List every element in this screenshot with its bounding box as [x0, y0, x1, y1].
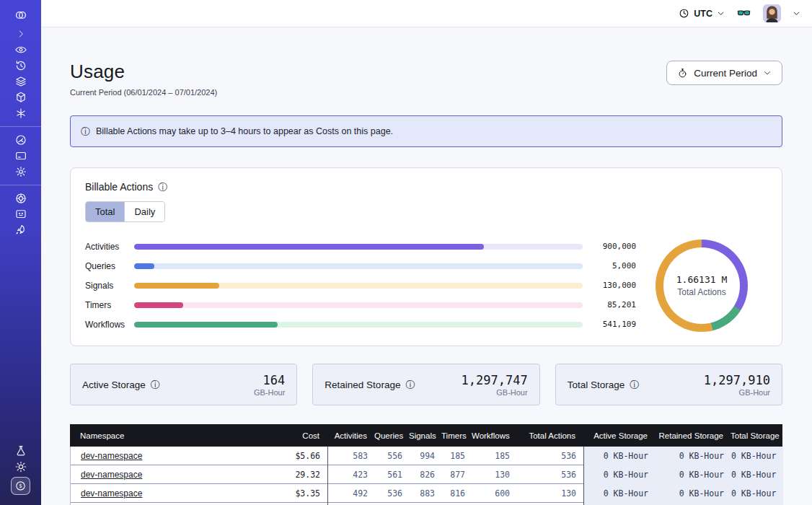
dollar-icon: $ — [11, 477, 30, 495]
cost-cell: 29.32 — [262, 465, 327, 484]
monitor-icon[interactable] — [0, 206, 41, 222]
bar-row-queries: Queries 5,000 — [85, 256, 636, 276]
active-storage-unit: GB-Hour — [254, 388, 285, 397]
total-actions-cell: 130 — [517, 484, 583, 503]
chevron-right-icon[interactable] — [0, 26, 41, 42]
info-icon[interactable]: ⓘ — [151, 380, 160, 390]
sidebar-divider — [0, 185, 41, 185]
donut-center: 1.66131 M Total Actions — [663, 247, 740, 324]
bar-row-timers: Timers 85,201 — [85, 295, 636, 315]
asterisk-icon[interactable] — [0, 105, 41, 121]
sun-icon[interactable] — [0, 459, 41, 475]
sidebar-divider — [0, 126, 41, 127]
col-queries: Queries — [374, 431, 409, 440]
signals-cell: 826 — [410, 465, 442, 484]
tab-daily[interactable]: Daily — [124, 202, 164, 221]
timers-cell: 816 — [442, 484, 472, 503]
bar-row-activities: Activities 900,000 — [85, 237, 636, 256]
bar-track — [134, 263, 583, 269]
bar-fill — [134, 244, 484, 250]
total-actions-label: Total Actions — [677, 287, 725, 297]
donut-ring: 1.66131 M Total Actions — [656, 240, 748, 332]
bar-fill — [134, 302, 183, 308]
page-subtitle: Current Period (06/01/2024 – 07/01/2024) — [70, 88, 217, 97]
info-icon[interactable]: ⓘ — [630, 380, 639, 390]
bar-label: Signals — [85, 281, 134, 291]
info-icon[interactable]: ⓘ — [158, 183, 167, 192]
workflows-cell: 130 — [472, 465, 517, 484]
namespace-link[interactable]: dev-namespace — [81, 470, 142, 480]
active-storage-value: 164 — [254, 373, 285, 387]
col-namespace: Namespace — [70, 431, 262, 440]
retained-storage-cell: 0 KB-Hour — [656, 465, 731, 484]
info-banner-text: Billable Actions may take up to 3–4 hour… — [96, 126, 393, 136]
bar-value: 541,109 — [591, 320, 636, 329]
bar-fill — [134, 263, 154, 269]
table-row: dev-namespace 29.32 423 561 826 877 130 … — [71, 465, 782, 484]
info-banner: ⓘ Billable Actions may take up to 3–4 ho… — [70, 115, 782, 147]
avatar[interactable] — [763, 4, 781, 22]
chevron-down-icon — [717, 9, 725, 17]
col-total-actions: Total Actions — [516, 431, 583, 440]
queries-cell: 556 — [375, 447, 410, 465]
timezone-label: UTC — [694, 9, 712, 19]
glasses-icon[interactable] — [736, 6, 751, 21]
bar-label: Activities — [85, 242, 134, 252]
bar-value: 5,000 — [591, 261, 636, 271]
page-header: Usage Current Period (06/01/2024 – 07/01… — [70, 61, 782, 97]
bar-value: 130,000 — [591, 281, 636, 290]
chevron-down-icon[interactable] — [793, 9, 800, 17]
period-select-button[interactable]: Current Period — [666, 61, 782, 85]
bar-track — [134, 322, 583, 328]
queries-cell: 561 — [375, 465, 410, 484]
col-signals: Signals — [409, 431, 441, 440]
table-header: Namespace Cost Activities Queries Signal… — [70, 424, 782, 447]
timers-cell: 185 — [442, 447, 472, 465]
total-storage-card: Total Storageⓘ 1,297,910GB-Hour — [555, 364, 782, 405]
col-timers: Timers — [441, 431, 472, 440]
workflows-cell: 185 — [472, 447, 517, 465]
namespace-usage-table: Namespace Cost Activities Queries Signal… — [70, 424, 782, 505]
bar-value: 900,000 — [591, 242, 636, 251]
bar-track — [134, 244, 583, 250]
namespace-link[interactable]: dev-namespace — [81, 488, 142, 499]
namespace-link[interactable]: dev-namespace — [81, 451, 142, 461]
cube-icon[interactable] — [0, 89, 41, 105]
card-icon[interactable] — [0, 148, 41, 164]
col-active-storage: Active Storage — [583, 431, 655, 440]
bar-chart: Activities 900,000 Queries 5,000 Signals… — [85, 237, 636, 334]
flask-icon[interactable] — [0, 443, 41, 459]
billing-nav-item[interactable]: $ — [0, 475, 41, 496]
timezone-selector[interactable]: UTC — [679, 8, 725, 19]
active-storage-cell: 0 KB-Hour — [583, 447, 656, 465]
topbar: UTC — [41, 0, 812, 27]
signals-cell: 883 — [410, 484, 442, 503]
retained-storage-card: Retained Storageⓘ 1,297,747GB-Hour — [312, 364, 539, 405]
temporal-logo-icon[interactable] — [0, 7, 41, 23]
total-storage-value: 1,297,910 — [704, 373, 770, 387]
life-ring-icon[interactable] — [0, 190, 41, 206]
info-icon[interactable]: ⓘ — [405, 380, 415, 390]
table-row: dev-namespace $5.66 583 556 994 185 185 … — [71, 447, 782, 465]
total-actions-cell: 536 — [517, 465, 583, 484]
bar-value: 85,201 — [591, 300, 636, 309]
rocket-icon[interactable] — [0, 222, 41, 238]
workflows-cell: 600 — [472, 484, 517, 503]
tab-total[interactable]: Total — [86, 202, 124, 221]
gauge-icon[interactable] — [0, 132, 41, 148]
bar-label: Queries — [85, 261, 134, 271]
activities-cell: 423 — [327, 465, 375, 484]
clock-icon — [679, 8, 689, 19]
donut-chart: 1.66131 M Total Actions — [636, 240, 767, 332]
total-actions-cell: 536 — [517, 447, 583, 465]
timers-cell: 877 — [442, 465, 472, 484]
eye-icon[interactable] — [0, 42, 41, 58]
layers-icon[interactable] — [0, 74, 41, 89]
bar-track — [134, 302, 583, 308]
gear-icon[interactable] — [0, 164, 41, 180]
history-icon[interactable] — [0, 58, 41, 74]
total-storage-unit: GB-Hour — [704, 388, 770, 397]
total-storage-cell: 0 KB-Hour — [731, 465, 783, 484]
bar-fill — [134, 322, 278, 328]
active-storage-cell: 0 KB-Hour — [583, 484, 656, 503]
